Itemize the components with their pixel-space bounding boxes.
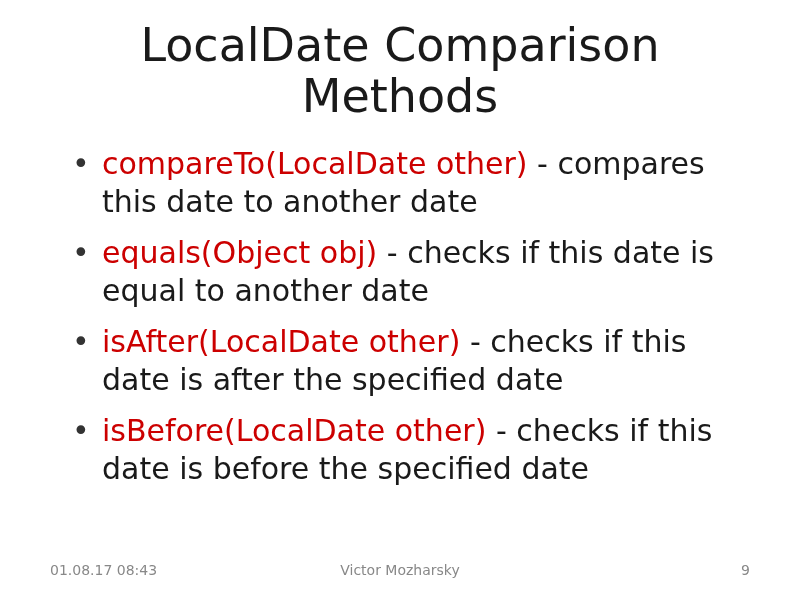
list-item: equals(Object obj) - checks if this date…: [80, 234, 750, 309]
list-item: compareTo(LocalDate other) - compares th…: [80, 145, 750, 220]
footer-page: 9: [741, 562, 750, 578]
slide-title: LocalDate Comparison Methods: [50, 20, 750, 121]
list-item: isBefore(LocalDate other) - checks if th…: [80, 412, 750, 487]
footer-date: 01.08.17 08:43: [50, 562, 157, 578]
method-name: isAfter(LocalDate other): [102, 324, 460, 359]
list-item: isAfter(LocalDate other) - checks if thi…: [80, 323, 750, 398]
slide: LocalDate Comparison Methods compareTo(L…: [0, 0, 800, 600]
method-name: equals(Object obj): [102, 235, 377, 270]
method-name: isBefore(LocalDate other): [102, 413, 486, 448]
bullet-list: compareTo(LocalDate other) - compares th…: [50, 145, 750, 501]
footer-author: Victor Mozharsky: [340, 562, 460, 578]
method-name: compareTo(LocalDate other): [102, 146, 528, 181]
slide-footer: 01.08.17 08:43 Victor Mozharsky 9: [0, 562, 800, 578]
